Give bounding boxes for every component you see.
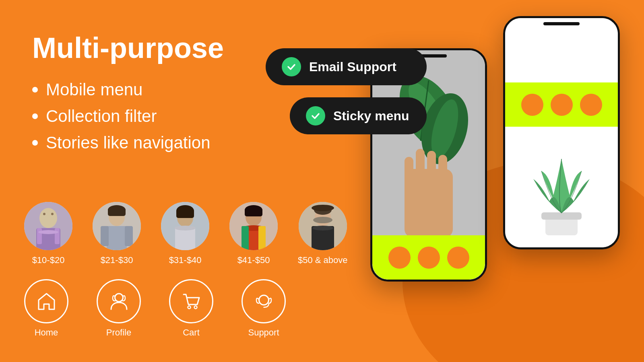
svg-rect-11: [101, 226, 109, 246]
svg-rect-25: [242, 226, 249, 250]
person-avatar-4: [229, 202, 278, 250]
cart-icon: [180, 290, 202, 313]
home-icon: [35, 290, 58, 313]
avatar-2: [93, 202, 141, 250]
check-icon-2: [306, 106, 325, 125]
price-circles-section: $10-$20 $21-$30: [24, 202, 348, 265]
svg-rect-52: [541, 212, 582, 220]
nav-label-profile: Profile: [106, 327, 131, 338]
price-label-2: $21-$30: [101, 255, 133, 265]
badge-sticky-menu: Sticky menu: [290, 97, 427, 134]
svg-rect-3: [37, 228, 42, 244]
svg-point-1: [39, 208, 57, 228]
orange-dot-5: [551, 94, 573, 116]
price-circle-2[interactable]: $21-$30: [93, 202, 141, 265]
avatar-5: [299, 202, 347, 250]
svg-point-7: [51, 213, 54, 215]
avatar-3: [161, 202, 209, 250]
bullet-text-1: Mobile menu: [46, 80, 142, 99]
cart-nav-circle: [169, 279, 213, 323]
orange-dot-2: [418, 247, 440, 269]
orange-dot-6: [580, 94, 602, 116]
person-avatar-5: [299, 202, 347, 250]
main-title: Multi-purpose: [32, 32, 282, 64]
person-avatar-1: [24, 202, 72, 250]
orange-dot-4: [521, 94, 543, 116]
svg-rect-26: [258, 226, 266, 250]
check-icon-1: [282, 57, 301, 76]
phone-right-screen: [505, 18, 618, 247]
svg-rect-4: [55, 228, 60, 244]
nav-label-home: Home: [35, 327, 58, 338]
nav-support[interactable]: Support: [242, 279, 286, 338]
bullet-text-2: Collection filter: [46, 107, 157, 126]
bullet-list: Mobile menu Collection filter Stories li…: [32, 80, 282, 152]
svg-rect-12: [125, 226, 133, 246]
svg-rect-50: [438, 155, 447, 185]
svg-rect-48: [416, 149, 425, 185]
orange-dot-1: [388, 247, 411, 269]
aloe-plant-area: [505, 127, 618, 247]
nav-section: Home Profile: [24, 279, 286, 338]
person-avatar-3: [161, 202, 209, 250]
bullet-text-3: Stories like navigation: [46, 133, 211, 152]
aloe-plant-illustration: [521, 139, 602, 235]
profile-nav-circle: [97, 279, 141, 323]
bullet-dot: [32, 87, 38, 93]
svg-rect-20: [176, 209, 194, 218]
avatar-4: [229, 202, 278, 250]
svg-point-36: [115, 294, 123, 302]
price-label-4: $41-$50: [237, 255, 270, 265]
svg-point-35: [312, 205, 334, 211]
svg-point-33: [313, 217, 332, 223]
list-item: Mobile menu: [32, 80, 282, 99]
phone-right-top: [505, 18, 618, 82]
svg-point-38: [194, 306, 197, 309]
nav-profile[interactable]: Profile: [97, 279, 141, 338]
orange-dot-3: [447, 247, 469, 269]
badge-text-1: Email Support: [309, 60, 396, 74]
person-avatar-2: [93, 202, 141, 250]
profile-icon: [108, 290, 130, 313]
nav-label-support: Support: [248, 327, 279, 338]
bullet-dot: [32, 140, 38, 146]
phone-right-wrapper: [503, 16, 620, 249]
phone-right-middle-bar: [505, 82, 618, 127]
nav-label-cart: Cart: [183, 327, 200, 338]
support-icon: [253, 290, 275, 313]
svg-point-37: [188, 306, 190, 309]
svg-rect-47: [405, 157, 413, 189]
bullet-dot: [32, 113, 38, 119]
home-nav-circle: [24, 279, 68, 323]
avatar-1: [24, 202, 72, 250]
list-item: Collection filter: [32, 107, 282, 126]
price-circle-5[interactable]: $50 & above: [298, 202, 348, 265]
price-label-1: $10-$20: [32, 255, 65, 265]
svg-point-18: [175, 226, 196, 230]
page-content: Multi-purpose Mobile menu Collection fil…: [0, 0, 644, 362]
price-circle-4[interactable]: $41-$50: [229, 202, 278, 265]
phone-left-bottom-bar: [372, 235, 485, 280]
svg-rect-28: [245, 208, 262, 216]
price-label-3: $31-$40: [169, 255, 202, 265]
svg-point-6: [43, 213, 45, 215]
price-label-5: $50 & above: [298, 255, 348, 265]
support-nav-circle: [242, 279, 286, 323]
svg-rect-10: [107, 226, 127, 250]
list-item: Stories like navigation: [32, 133, 282, 152]
badge-email-support: Email Support: [266, 48, 427, 85]
svg-rect-49: [427, 151, 436, 185]
nav-home[interactable]: Home: [24, 279, 68, 338]
phone-right-notch: [543, 22, 580, 25]
badges-section: Email Support Sticky menu: [266, 48, 427, 134]
price-circle-3[interactable]: $31-$40: [161, 202, 209, 265]
svg-rect-14: [108, 208, 126, 216]
svg-point-39: [259, 295, 268, 305]
badge-text-2: Sticky menu: [333, 109, 409, 123]
svg-point-32: [312, 226, 333, 230]
svg-point-5: [38, 230, 58, 234]
phone-right-frame: [503, 16, 620, 249]
price-circle-1[interactable]: $10-$20: [24, 202, 72, 265]
left-section: Multi-purpose Mobile menu Collection fil…: [32, 32, 282, 160]
nav-cart[interactable]: Cart: [169, 279, 213, 338]
